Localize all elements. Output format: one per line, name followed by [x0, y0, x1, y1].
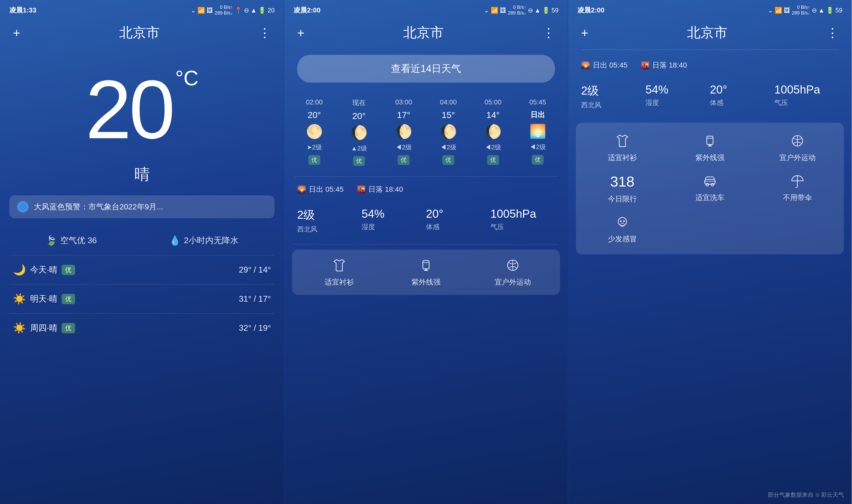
city-title-1: 北京市	[119, 24, 160, 42]
wifi-icon: 📶	[197, 7, 205, 14]
metric-feels-p3: 20° 体感	[710, 80, 774, 112]
life-traffic-p3: 318 今日限行	[584, 173, 661, 204]
image-icon-3: 🖼	[784, 7, 790, 14]
battery-val-2: 59	[551, 7, 559, 14]
air-quality-info: 🍃 空气优 36	[46, 235, 97, 246]
forecast-14-button[interactable]: 查看近14日天气	[297, 55, 555, 83]
battery-val-3: 59	[835, 7, 842, 14]
hourly-item-1: 现在 20° 🌔 ▲2级 优	[341, 98, 377, 166]
signal-icon-2: ▲	[534, 7, 541, 14]
life-sport-label-p3: 宜户外运动	[779, 153, 816, 163]
forecast-temp-today: 29° / 14°	[239, 265, 271, 275]
svg-point-22	[620, 220, 621, 222]
hourly-wind-5: ◀2级	[530, 143, 545, 151]
hourly-aqi-5: 优	[532, 155, 544, 165]
hourly-temp-4: 14°	[486, 110, 500, 120]
add-button-1[interactable]: +	[13, 26, 20, 40]
life-shirt-label-p3: 适宜衬衫	[608, 153, 637, 163]
air-quality-text: 空气优 36	[60, 235, 97, 246]
hourly-time-3: 04:00	[440, 98, 457, 106]
hourly-item-4: 05:00 14° 🌔 ◀2级 优	[475, 98, 511, 165]
metric-humidity-p3: 54% 湿度	[646, 80, 710, 112]
app-header-2: + 北京市 ⋮	[284, 18, 568, 47]
life-shirt-label-p2: 适宜衬衫	[325, 277, 354, 287]
hourly-temp-3: 15°	[441, 110, 455, 120]
forecast-day-label-tomorrow: 明天·晴	[30, 293, 57, 305]
forecast-quality-thu: 优	[61, 323, 75, 333]
life-cold-p3: 少发感冒	[584, 214, 661, 244]
rain-icon: 💧	[169, 235, 181, 246]
wifi-icon-3: 📶	[775, 7, 782, 14]
forecast-day-tomorrow: ☀️ 明天·晴 优	[13, 293, 86, 305]
hourly-section: 02:00 20° 🌕 ➤2级 优 现在 20° 🌔 ▲2级 优 03:00 1…	[292, 90, 560, 171]
sunset-text-p3: 日落 18:40	[652, 60, 687, 70]
rain-text: 2小时内无降水	[184, 235, 238, 246]
alert-banner[interactable]: 🌀 大风蓝色预警：市气象台2022年9月...	[10, 195, 275, 218]
divider-1	[10, 255, 275, 255]
city-title-2: 北京市	[403, 24, 444, 42]
add-button-2[interactable]: +	[297, 26, 305, 40]
app-header-3: + 北京市 ⋮	[568, 18, 852, 47]
life-cold-label-p3: 少发感冒	[608, 234, 637, 244]
hourly-aqi-2: 优	[398, 155, 410, 165]
metric-wind-val-p3: 2级	[581, 83, 646, 98]
life-traffic-label-p3: 今日限行	[608, 194, 637, 204]
add-button-3[interactable]: +	[581, 26, 588, 40]
forecast-temp-thu: 32° / 19°	[239, 323, 271, 333]
hourly-time-0: 02:00	[306, 98, 323, 106]
life-uv-p2: 紫外线强	[386, 257, 466, 287]
image-icon: 🖼	[207, 7, 213, 14]
network-speed-3: 0 B/s↑289 B/s↓	[792, 5, 810, 16]
sport-icon-p2	[505, 257, 521, 273]
forecast-day-today: 🌙 今天·晴 优	[13, 264, 86, 276]
sunrise-text-p2: 日出 05:45	[309, 184, 344, 194]
metric-feels-p2: 20° 体感	[426, 205, 490, 236]
hourly-icon-2: 🌔	[395, 124, 412, 140]
city-title-3: 北京市	[687, 24, 728, 42]
menu-button-2[interactable]: ⋮	[542, 25, 555, 40]
sunrise-p2: 🌄 日出 05:45	[297, 184, 344, 194]
svg-rect-8	[707, 136, 713, 144]
panel-3: 凌晨2:00 ⌄ 📶 🖼 0 B/s↑289 B/s↓ ⊖ ▲ 🔋 59 + 北…	[568, 0, 852, 504]
uv-icon-p3	[702, 133, 718, 149]
life-shirt-p3: 适宜衬衫	[584, 133, 661, 163]
minus-icon: ⊖	[244, 7, 249, 14]
metric-wind-val-p2: 2级	[297, 207, 362, 223]
uv-icon-p2	[418, 257, 434, 273]
cold-icon-p3	[615, 214, 630, 230]
metric-pressure-label-p2: 气压	[490, 222, 555, 232]
moon-icon-today: 🌙	[13, 264, 26, 276]
svg-point-18	[711, 183, 714, 186]
chevron-icon-2: ⌄	[484, 7, 489, 14]
hourly-item-5: 05:45 日出 🌅 ◀2级 优	[520, 98, 556, 165]
metric-feels-label-p3: 体感	[710, 98, 774, 107]
panel-1: 凌晨1:33 ⌄ 📶 🖼 0 B/s↑289 B/s↓ 📍 ⊖ ▲ 🔋 20 +…	[0, 0, 284, 504]
forecast-row-tomorrow: ☀️ 明天·晴 优 31° / 17°	[0, 287, 284, 311]
hourly-item-3: 04:00 15° 🌔 ◀2级 优	[430, 98, 467, 165]
hourly-time-1: 现在	[352, 98, 366, 107]
status-bar-3: 凌晨2:00 ⌄ 📶 🖼 0 B/s↑289 B/s↓ ⊖ ▲ 🔋 59	[568, 0, 852, 18]
hourly-item-2: 03:00 17° 🌔 ◀2级 优	[385, 98, 422, 165]
alert-text: 大风蓝色预警：市气象台2022年9月...	[34, 202, 163, 212]
hourly-wind-2: ◀2级	[396, 143, 412, 151]
weather-desc-1: 晴	[0, 164, 284, 185]
sunset-p2: 🌇 日落 18:40	[357, 184, 403, 194]
metric-pressure-val-p2: 1005hPa	[490, 207, 555, 220]
rain-info: 💧 2小时内无降水	[169, 235, 238, 246]
signal-icon: ▲	[251, 7, 257, 14]
battery-icon-2: 🔋	[542, 7, 550, 14]
hourly-wind-1: ▲2级	[351, 144, 367, 152]
life-sport-p2: 宜户外运动	[473, 257, 552, 287]
carwash-icon-p3	[702, 173, 718, 188]
hourly-temp-2: 17°	[397, 110, 410, 120]
forecast-day-label-thu: 周四·晴	[30, 322, 57, 334]
battery-val-1: 20	[268, 7, 275, 14]
hourly-icon-1: 🌔	[351, 125, 367, 141]
menu-button-1[interactable]: ⋮	[258, 25, 271, 40]
shirt-icon-p2	[331, 257, 347, 273]
metric-humidity-val-p2: 54%	[362, 207, 426, 220]
life-sport-p3: 宜户外运动	[759, 133, 836, 163]
forecast-quality-today: 优	[61, 265, 75, 275]
menu-button-3[interactable]: ⋮	[826, 25, 839, 40]
hourly-aqi-3: 优	[442, 155, 454, 165]
